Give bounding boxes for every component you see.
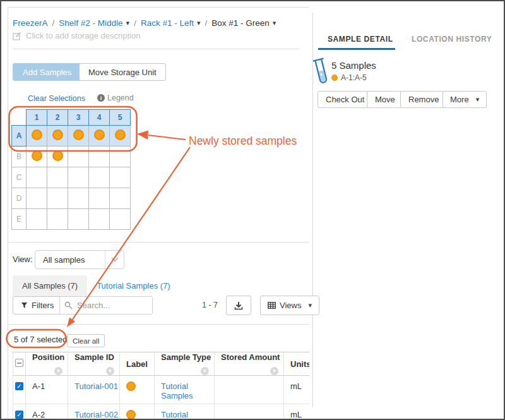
column-header-position: Position — [26, 352, 68, 376]
row-checkbox[interactable] — [15, 382, 23, 390]
clear-all-button[interactable]: Clear all — [67, 334, 105, 347]
export-button[interactable] — [226, 296, 251, 315]
box-cell[interactable] — [89, 147, 110, 167]
box-cell[interactable] — [68, 167, 89, 188]
info-icon: i — [97, 94, 105, 102]
box-cell[interactable] — [47, 209, 68, 230]
box-row-header[interactable]: D — [12, 188, 27, 209]
box-row-header[interactable]: B — [12, 147, 27, 167]
breadcrumb-separator: / — [205, 18, 207, 28]
cell-label — [120, 376, 155, 404]
box-cell[interactable] — [68, 188, 89, 209]
annotation-newly-stored-samples: Newly stored samples — [189, 135, 297, 148]
box-column-header[interactable]: 1 — [27, 110, 47, 126]
chevron-down-icon — [308, 301, 312, 309]
selected-samples-range: A-1:A-5 — [331, 73, 367, 82]
tab-sample-detail[interactable]: SAMPLE DETAIL — [328, 35, 393, 44]
column-header-units: Units — [284, 352, 310, 376]
breadcrumb-shelf-link[interactable]: Shelf #2 - Middle — [59, 18, 122, 28]
sample-type-link[interactable]: Tutorial Samples — [161, 410, 193, 420]
column-header-label: Label — [120, 352, 155, 376]
legend-label: Legend — [107, 93, 134, 102]
sample-type-link[interactable]: Tutorial Samples — [161, 381, 193, 400]
search-input[interactable] — [59, 296, 153, 315]
samples-table-container: Position Sample ID Label Sample Type Sto… — [13, 352, 309, 420]
sample-type-tabs: All Samples (7) Tutorial Samples (7) — [13, 275, 170, 296]
chevron-down-icon[interactable] — [197, 19, 201, 27]
row-checkbox[interactable] — [15, 411, 23, 419]
test-tube-icon — [312, 57, 331, 87]
chevron-down-icon[interactable] — [126, 19, 130, 27]
view-select[interactable]: All samples — [35, 250, 124, 269]
box-cell[interactable] — [47, 188, 68, 209]
select-all-checkbox[interactable] — [15, 359, 23, 367]
selected-samples-title: 5 Samples — [331, 60, 376, 71]
views-button[interactable]: Views — [260, 296, 319, 315]
search-icon — [64, 301, 73, 309]
box-cell[interactable] — [89, 209, 110, 230]
box-cell[interactable] — [27, 167, 47, 188]
box-column-header[interactable]: 5 — [110, 110, 131, 126]
box-cell[interactable] — [68, 209, 89, 230]
box-column-header[interactable]: 2 — [47, 110, 68, 126]
legend-toggle[interactable]: i Legend — [97, 93, 134, 102]
box-cell[interactable] — [47, 167, 68, 188]
remove-button[interactable]: Remove — [400, 91, 447, 108]
tab-tutorial-samples[interactable]: Tutorial Samples (7) — [97, 281, 170, 291]
box-cell[interactable] — [68, 147, 89, 167]
move-button[interactable]: Move — [367, 91, 403, 108]
box-cell[interactable] — [89, 167, 110, 188]
box-cell[interactable] — [110, 188, 131, 209]
box-row-header[interactable]: C — [12, 167, 27, 188]
box-cell[interactable] — [110, 167, 131, 188]
sample-id-link[interactable]: Tutorial-002 — [74, 410, 118, 419]
chevron-down-icon[interactable] — [273, 19, 276, 27]
box-row-header[interactable]: A — [12, 126, 27, 147]
box-grid-row: B — [12, 147, 131, 167]
filters-button[interactable]: Filters — [13, 296, 62, 315]
breadcrumb-separator: / — [52, 18, 55, 28]
more-button[interactable]: More — [443, 91, 487, 108]
column-menu-icon[interactable] — [106, 367, 114, 375]
cell-units: mL — [284, 376, 310, 404]
breadcrumb-separator: / — [134, 18, 136, 28]
move-storage-unit-button[interactable]: Move Storage Unit — [79, 63, 166, 81]
table-row: A-2 Tutorial-002 Tutorial Samples mL — [13, 404, 310, 420]
clear-selections-link[interactable]: Clear Selections — [28, 94, 85, 103]
box-cell[interactable] — [27, 188, 47, 209]
box-cell[interactable] — [110, 147, 131, 167]
box-column-header[interactable]: 3 — [68, 110, 89, 126]
box-cell[interactable] — [110, 209, 131, 230]
column-menu-icon[interactable] — [270, 367, 278, 375]
tab-location-history[interactable]: LOCATION HISTORY — [412, 35, 492, 44]
sample-id-link[interactable]: Tutorial-001 — [74, 381, 118, 391]
check-out-button[interactable]: Check Out — [318, 91, 372, 108]
tab-all-samples[interactable]: All Samples (7) — [13, 275, 87, 296]
left-panel-border-top — [8, 7, 309, 8]
column-menu-icon[interactable] — [54, 367, 62, 375]
breadcrumb-rack-link[interactable]: Rack #1 - Left — [141, 18, 194, 28]
box-column-header[interactable]: 4 — [89, 110, 110, 126]
box-cell[interactable] — [47, 126, 68, 147]
box-cell[interactable] — [27, 126, 47, 147]
box-cell[interactable] — [47, 147, 68, 167]
add-samples-button[interactable]: Add Samples — [13, 63, 81, 81]
annotation-arrowhead — [137, 131, 148, 140]
box-cell[interactable] — [27, 209, 47, 230]
active-tab-underline — [318, 48, 395, 50]
download-icon — [234, 301, 243, 310]
sample-dot — [331, 75, 338, 81]
box-row-header[interactable]: E — [12, 209, 27, 230]
breadcrumb-freezer-link[interactable]: FreezerA — [13, 18, 48, 28]
sample-dot — [52, 150, 63, 161]
chevron-down-icon — [476, 95, 480, 104]
box-cell[interactable] — [110, 126, 131, 147]
cell-stored-amount — [215, 404, 284, 420]
column-menu-icon[interactable] — [201, 367, 209, 375]
storage-description-field[interactable]: Click to add storage description — [13, 31, 140, 40]
box-cell[interactable] — [27, 147, 47, 167]
box-cell[interactable] — [89, 126, 110, 147]
box-cell[interactable] — [89, 188, 110, 209]
box-cell[interactable] — [68, 126, 89, 147]
table-grid-icon — [268, 302, 276, 309]
